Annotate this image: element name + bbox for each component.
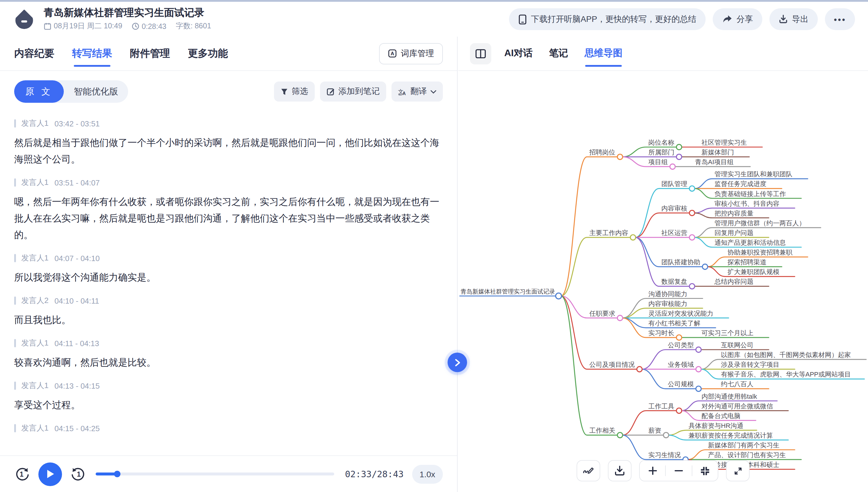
tab-transcription-result[interactable]: 转写结果	[72, 36, 112, 70]
mindmap-node-label[interactable]: 涉及录音转文字项目	[721, 361, 780, 368]
mindmap-node-label[interactable]: 实习时长	[648, 329, 674, 337]
fullscreen-button[interactable]	[726, 460, 749, 482]
mindmap-node-label[interactable]: 总结内容问题	[714, 278, 754, 285]
transcript-entry[interactable]: 发言人1 04:07 - 04:10 所以我觉得这个沟通能力确实是。	[14, 253, 443, 286]
mindmap-node-label[interactable]: 社区运营	[661, 229, 687, 237]
fit-view-button[interactable]	[692, 461, 718, 481]
mindmap-node-label[interactable]: 把控内容质量	[714, 210, 754, 217]
mindmap-node-label[interactable]: 薪资	[648, 427, 661, 434]
vocab-management-button[interactable]: A 词库管理	[379, 43, 443, 64]
mindmap-node-label[interactable]: 有小红书相关了解	[648, 320, 700, 327]
mindmap-node-label[interactable]: 所属部门	[648, 149, 674, 156]
mindmap-node-label[interactable]: 主要工作内容	[589, 229, 628, 237]
mindmap-node-circle[interactable]	[696, 367, 701, 372]
mindmap-node-label[interactable]: 公司类型	[668, 341, 694, 349]
forward-button[interactable]: 1	[70, 466, 86, 482]
mindmap-node-label[interactable]: 通知产品更新和活动信息	[714, 239, 786, 246]
mindmap-root-circle[interactable]	[556, 293, 562, 299]
transcript-text[interactable]: 享受这个过程。	[14, 397, 443, 414]
mindmap-node-label[interactable]: 互联网公司	[721, 341, 754, 349]
mindmap-node-circle[interactable]	[617, 154, 623, 159]
mindmap-node-label[interactable]: 岗位名称	[648, 139, 674, 146]
transcript-text[interactable]: 较喜欢沟通啊，然后也就是比较。	[14, 354, 443, 371]
mindmap-node-label[interactable]: 内容审核	[661, 205, 687, 212]
mindmap-node-label[interactable]: 管理用户微信群（约一两百人）	[714, 219, 806, 227]
mindmap-node-label[interactable]: 负责基础链接上传等工作	[714, 190, 786, 198]
mindmap-node-label[interactable]: 工作工具	[648, 402, 674, 410]
progress-thumb[interactable]	[114, 471, 121, 477]
mindmap-node-label[interactable]: 监督任务完成进度	[714, 180, 766, 188]
mindmap-node-circle[interactable]	[689, 186, 695, 191]
mindmap-node-label[interactable]: 团队搭建协助	[661, 259, 700, 266]
mindmap-node-label[interactable]: 灵活应对突发状况能力	[648, 310, 713, 317]
progress-bar[interactable]	[96, 470, 334, 477]
mindmap-node-label[interactable]: 配备台式电脑	[701, 412, 740, 420]
mindmap-canvas[interactable]: 招聘岗位岗位名称社区管理实习生所属部门新媒体部门项目组青岛AI项目组主要工作内容…	[458, 105, 868, 489]
mindmap-node-label[interactable]: 团队管理	[661, 180, 687, 188]
mindmap-node-label[interactable]: 扩大兼职团队规模	[727, 268, 780, 275]
download-app-button[interactable]: 下载打开听脑APP，更快的转写，更好的总结	[509, 8, 706, 30]
filter-button[interactable]: 筛选	[274, 81, 315, 102]
mindmap-node-label[interactable]: 业务领域	[668, 361, 694, 368]
mindmap-node-label[interactable]: 回复用户问题	[714, 229, 754, 237]
mindmap-node-label[interactable]: 管理实习生团队和兼职团队	[714, 170, 792, 178]
mindmap-node-circle[interactable]	[637, 367, 642, 372]
mindmap-node-label[interactable]: 产品、设计部门也有实习生	[708, 451, 786, 459]
split-view-button[interactable]	[470, 43, 491, 64]
mindmap-node-label[interactable]: 对外沟通可用企微或微信	[701, 402, 773, 410]
toggle-original[interactable]: 原 文	[14, 80, 64, 103]
tab-ai-chat[interactable]: AI对话	[504, 36, 533, 70]
rewind-button[interactable]: 1	[14, 466, 30, 482]
mindmap-node-label[interactable]: 有猴子音乐、虎歌网、华大等APP或网站项目	[721, 371, 851, 378]
transcript-entry[interactable]: 发言人1 04:11 - 04:13 较喜欢沟通啊，然后也就是比较。	[14, 338, 443, 371]
mindmap-node-label[interactable]: 实习生情况	[648, 451, 681, 459]
mindmap-node-label[interactable]: 社区管理实习生	[701, 139, 747, 146]
mindmap-node-circle[interactable]	[663, 432, 669, 438]
transcript-entry[interactable]: 发言人1 03:42 - 03:51 然后就是相当于跟他们做了一个半个小时的采访…	[14, 118, 443, 168]
tab-content-summary[interactable]: 内容纪要	[14, 36, 54, 70]
mindmap-node-label[interactable]: 公司及项目情况	[589, 361, 635, 368]
mindmap-node-circle[interactable]	[689, 284, 695, 289]
transcript-text[interactable]: 然后就是相当于跟他们做了一个半个小时的采访啊，然后就是呃跟他们问一问，他们比如说…	[14, 135, 443, 168]
tab-mindmap[interactable]: 思维导图	[585, 36, 622, 70]
transcript-text[interactable]: 所以我觉得这个沟通能力确实是。	[14, 269, 443, 286]
mindmap-node-circle[interactable]	[670, 164, 675, 169]
mindmap-root-label[interactable]: 青岛新媒体社群管理实习生面试记录	[461, 288, 555, 295]
share-button[interactable]: 分享	[713, 8, 763, 30]
mindmap-node-circle[interactable]	[689, 235, 695, 240]
mindmap-node-label[interactable]: 审核小红书、抖音内容	[714, 200, 780, 207]
download-map-button[interactable]	[608, 460, 632, 482]
mindmap-node-label[interactable]: 数据复盘	[661, 278, 687, 285]
mindmap-node-label[interactable]: 协助兼职投资招聘兼职	[727, 249, 792, 256]
zoom-out-button[interactable]	[666, 461, 692, 481]
play-button[interactable]	[39, 462, 62, 486]
transcript-text[interactable]: 嗯，然后一年两年你有什么收获，或者呃你跟你实习之前，实习之后你有什么呃，就是因为…	[14, 194, 443, 243]
transcript-entry[interactable]: 发言人1 04:15 - 04:25	[14, 423, 443, 434]
mindmap-node-circle[interactable]	[696, 386, 701, 391]
mindmap-node-circle[interactable]	[689, 210, 695, 216]
playback-speed-button[interactable]: 1.0x	[412, 465, 443, 484]
tab-more-functions[interactable]: 更多功能	[188, 36, 228, 70]
transcript-text[interactable]: 而且我也比。	[14, 312, 443, 328]
mindmap-node-label[interactable]: 具体薪资与HR沟通	[689, 422, 743, 429]
mindmap-node-circle[interactable]	[676, 408, 682, 414]
mindmap-node-label[interactable]: 探索招聘渠道	[727, 259, 766, 266]
mindmap-node-label[interactable]: 内容审核能力	[648, 300, 687, 308]
mindmap-node-label[interactable]: 公司规模	[668, 380, 694, 388]
mindmap-node-circle[interactable]	[676, 154, 682, 159]
mindmap-node-label[interactable]: 新媒体部门	[701, 149, 734, 156]
mindmap-node-circle[interactable]	[617, 432, 623, 438]
more-menu-button[interactable]: •••	[825, 8, 855, 30]
mindmap-node-circle[interactable]	[676, 335, 682, 340]
home-button[interactable]	[13, 8, 35, 30]
mindmap-node-label[interactable]: 青岛AI项目组	[695, 158, 734, 166]
mindmap-node-label[interactable]: 招聘岗位	[589, 149, 615, 156]
transcript-entry[interactable]: 发言人1 03:51 - 04:07 嗯，然后一年两年你有什么收获，或者呃你跟你…	[14, 177, 443, 243]
mindmap-node-label[interactable]: 约七八百人	[721, 380, 754, 388]
mindmap-node-label[interactable]: 内部沟通使用韩talk	[701, 393, 757, 400]
toggle-optimized[interactable]: 智能优化版	[64, 86, 128, 97]
mindmap-node-label[interactable]: 可实习三个月以上	[701, 329, 754, 337]
export-button[interactable]: 导出	[770, 8, 818, 30]
mindmap-node-circle[interactable]	[630, 235, 636, 240]
add-to-note-button[interactable]: 添加到笔记	[320, 81, 386, 102]
